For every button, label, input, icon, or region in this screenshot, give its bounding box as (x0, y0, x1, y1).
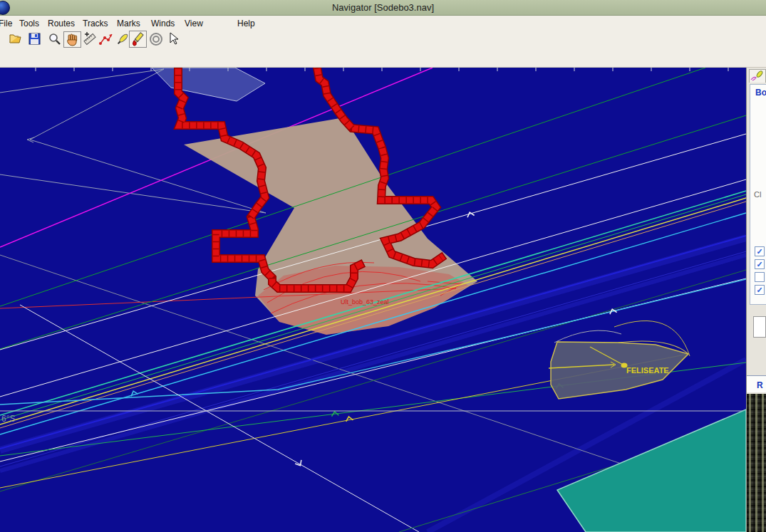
navigator-window: Navigator [Sodebo3.nav] File Tools Route… (0, 0, 766, 532)
ruler-icon (83, 32, 97, 46)
pen-scribble-icon (750, 70, 765, 82)
menu-item-tools[interactable]: Tools (17, 18, 41, 29)
hand-icon (66, 33, 78, 46)
latitude-label: 6°S (1, 414, 15, 424)
target-circles-icon (149, 32, 163, 46)
titlebar[interactable]: Navigator [Sodebo3.nav] (0, 0, 766, 16)
menu-item-routes[interactable]: Routes (46, 18, 77, 29)
panel-boats-header: Bo (755, 88, 766, 98)
track-edit-tool-button[interactable] (99, 32, 113, 46)
open-folder-icon (9, 33, 23, 44)
panel-routing-section: R (747, 375, 766, 392)
floppy-disk-icon (29, 33, 41, 45)
chart-map[interactable]: 6°S Ult_bob_63_zeal (0, 68, 746, 532)
menu-item-tracks[interactable]: Tracks (81, 18, 110, 29)
menubar: File Tools Routes Tracks Marks Winds Vie… (0, 16, 766, 31)
panel-routing-header: R (757, 380, 763, 390)
menu-item-help[interactable]: Help (235, 18, 257, 29)
magnifier-icon (48, 33, 61, 46)
menu-item-winds[interactable]: Winds (149, 18, 177, 29)
pan-tool-button[interactable] (63, 31, 81, 48)
menu-item-view[interactable]: View (182, 18, 205, 29)
panel-pen-tab[interactable] (749, 69, 766, 83)
mark-tool-button[interactable] (115, 32, 130, 46)
yellow-pen-icon (115, 32, 130, 46)
panel-checkbox-2[interactable]: ✓ (755, 259, 765, 269)
menu-item-file[interactable]: File (0, 18, 14, 29)
menu-item-marks[interactable]: Marks (115, 18, 143, 29)
panel-texture (747, 394, 766, 532)
save-button[interactable] (29, 33, 41, 45)
panel-mid-label: Cl (754, 190, 761, 199)
check-icon: ✓ (756, 286, 762, 294)
target-tool-button[interactable] (149, 32, 163, 46)
measure-tool-button[interactable] (83, 32, 97, 46)
side-panel: Bo Cl ✓ ✓ ✓ R (746, 68, 766, 532)
main-toolbar: 56°00.06'S | 67°13.48'W 0 12 24 36 48 60… (0, 31, 766, 48)
draw-tool-button[interactable] (129, 31, 147, 48)
check-icon: ✓ (756, 260, 762, 268)
select-tool-button[interactable] (168, 32, 180, 46)
red-polyline-icon (99, 32, 113, 46)
panel-checkbox-4[interactable]: ✓ (755, 285, 765, 295)
zoom-tool-button[interactable] (48, 33, 61, 46)
cursor-arrow-icon (168, 32, 180, 46)
check-icon: ✓ (756, 247, 762, 256)
panel-checkbox-3[interactable] (755, 272, 765, 282)
app-globe-icon (0, 1, 10, 15)
track-label: Ult_bob_63_zeal (341, 298, 389, 306)
pencil-red-drop-icon (131, 32, 145, 46)
panel-checkbox-1[interactable]: ✓ (755, 246, 765, 256)
boat-label: FELISEATE (626, 366, 669, 375)
secondary-toolbar: NOAA WIND routing regatta web webserver … (0, 48, 766, 68)
panel-white-box[interactable] (753, 316, 766, 338)
window-title: Navigator [Sodebo3.nav] (332, 2, 434, 13)
open-file-button[interactable] (9, 33, 23, 44)
